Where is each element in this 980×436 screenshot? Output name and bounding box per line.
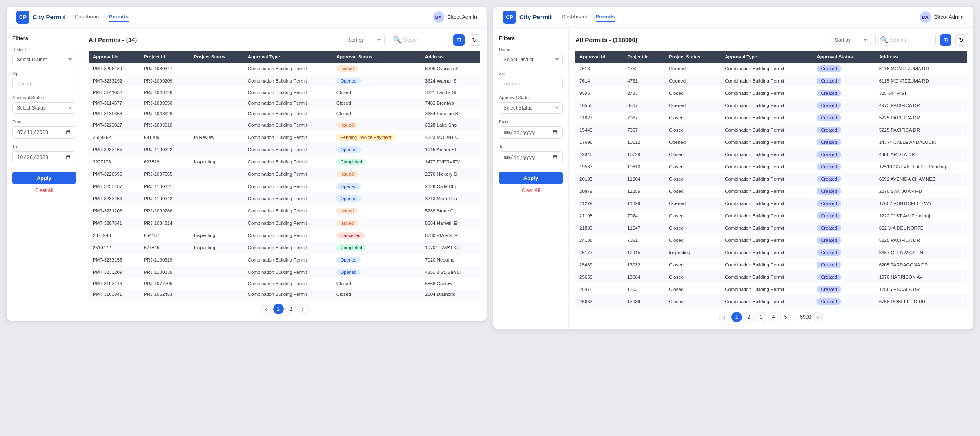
table-row[interactable]: PMT-3223027 PRJ-1095910 Combination Buil…: [89, 119, 480, 131]
table-row[interactable]: PMT-3163841 PRJ-1062453 Combination Buil…: [89, 289, 480, 300]
cell-approval-id: 20183: [575, 173, 623, 185]
cell-project-id: 12915: [623, 246, 665, 259]
table-row[interactable]: 21279 11399 Opened Combination Building …: [575, 197, 967, 210]
page-4-right[interactable]: 4: [768, 312, 779, 322]
cell-approval-type: Combination Building Permit: [244, 241, 332, 254]
table-row[interactable]: PMT-3231206 PRJ-1099286 Combination Buil…: [89, 205, 480, 217]
page-2-left[interactable]: 2: [285, 304, 296, 314]
cell-approval-id: PMT-3233292: [89, 75, 140, 87]
table-row[interactable]: 7616 4752 Opened Combination Building Pe…: [575, 63, 967, 75]
cell-project-id: 11255: [623, 185, 665, 197]
table-row[interactable]: PMT-3193116 PRJ-1077705 Combination Buil…: [89, 278, 480, 289]
table-row[interactable]: 2374948 654167 Inspecting Combination Bu…: [89, 229, 480, 241]
table-row[interactable]: 20879 11255 Closed Combination Building …: [575, 185, 967, 197]
table-row[interactable]: 2510472 677845 Inspecting Combination Bu…: [89, 241, 480, 254]
table-row[interactable]: 21880 11647 Closed Combination Building …: [575, 222, 967, 234]
col-project-id-left: Project Id: [140, 51, 190, 63]
cell-address: 3213 Mount Ca: [421, 192, 480, 205]
page-2-right[interactable]: 2: [744, 312, 754, 322]
nav-dashboard-left[interactable]: Dashboard: [75, 12, 101, 22]
table-row[interactable]: 25656 13084 Closed Combination Building …: [575, 271, 967, 283]
to-input-left[interactable]: [12, 151, 76, 163]
approval-status-select-left[interactable]: Select Status: [12, 102, 76, 114]
clear-button-right[interactable]: Clear All: [499, 188, 563, 193]
cell-approval-id: 15449: [575, 124, 623, 136]
table-row[interactable]: 25475 13031 Closed Combination Building …: [575, 283, 967, 295]
nav-dashboard-right[interactable]: Dashboard: [561, 12, 588, 22]
table-row[interactable]: PMT-3206189 PRJ-1080347 Combination Buil…: [89, 63, 480, 75]
page-1-left[interactable]: 1: [273, 304, 284, 314]
approval-status-select-right[interactable]: Select Status: [499, 102, 563, 114]
table-row[interactable]: 25663 13089 Closed Combination Building …: [575, 295, 967, 308]
table-row[interactable]: 9595 2783 Closed Combination Building Pe…: [575, 87, 967, 99]
from-input-right[interactable]: [499, 126, 563, 139]
table-row[interactable]: PMT-3139668 PRJ-1048628 Combination Buil…: [89, 108, 480, 119]
table-row[interactable]: PMT-3207541 PRJ-1084814 Combination Buil…: [89, 217, 480, 229]
cell-approval-id: PMT-3233155: [89, 254, 140, 266]
page-1-right[interactable]: 1: [731, 312, 742, 322]
table-row[interactable]: 20183 11004 Closed Combination Building …: [575, 173, 967, 185]
cell-approval-id: PMT-3226596: [89, 168, 140, 180]
table-row[interactable]: 25177 12915 Inspecting Combination Build…: [575, 246, 967, 259]
table-row[interactable]: PMT-3233157 PRJ-1100321 Combination Buil…: [89, 180, 480, 192]
zip-input-right[interactable]: [499, 78, 563, 89]
table-row[interactable]: PMT-3226596 PRJ-1097565 Combination Buil…: [89, 168, 480, 180]
cell-approval-id: PMT-3231206: [89, 205, 140, 217]
status-badge: Issued: [336, 65, 358, 72]
table-row[interactable]: PMT-3233256 PRJ-1100342 Combination Buil…: [89, 192, 480, 205]
grid-view-btn-right[interactable]: ⊞: [940, 34, 951, 46]
search-input-right[interactable]: [891, 37, 931, 43]
filters-title-left: Filters: [12, 35, 76, 41]
search-input-left[interactable]: [404, 37, 445, 43]
table-row[interactable]: 15449 7067 Closed Combination Building P…: [575, 124, 967, 136]
table-row[interactable]: PMT-3233292 PRJ-1099209 Combination Buil…: [89, 75, 480, 87]
status-badge: Created: [817, 163, 841, 170]
zip-filter-left: Zip: [12, 71, 76, 89]
table-row[interactable]: PMT-3233209 PRJ-1100335 Combination Buil…: [89, 266, 480, 278]
nav-permits-left[interactable]: Permits: [109, 12, 129, 22]
zip-input-left[interactable]: [12, 78, 76, 89]
sort-select-left[interactable]: Sort by: [344, 35, 385, 45]
table-row[interactable]: 19537 10810 Closed Combination Building …: [575, 161, 967, 173]
zip-filter-right: Zip: [499, 71, 563, 89]
table-row[interactable]: PMT-3233155 PRJ-1100319 Combination Buil…: [89, 254, 480, 266]
table-row[interactable]: 19340 10728 Closed Combination Building …: [575, 148, 967, 161]
page-5-right[interactable]: 5: [780, 312, 791, 322]
to-input-right[interactable]: [499, 151, 563, 163]
table-row[interactable]: PMT-3233165 PRJ-1100322 Combination Buil…: [89, 143, 480, 156]
app-name-left: City Permit: [33, 13, 65, 20]
grid-view-btn-left[interactable]: ⊞: [453, 34, 465, 46]
status-badge: Created: [817, 65, 841, 72]
page-last-right[interactable]: 5900: [800, 312, 811, 322]
cell-approval-id: 17698: [575, 136, 623, 148]
clear-button-left[interactable]: Clear All: [12, 188, 76, 193]
prev-page-right[interactable]: ‹: [719, 312, 730, 322]
page-3-right[interactable]: 3: [756, 312, 766, 322]
next-page-left[interactable]: ›: [298, 304, 308, 314]
table-row[interactable]: PMT-3141032 PRJ-1048828 Combination Buil…: [89, 87, 480, 98]
table-row[interactable]: 24138 7051 Closed Combination Building P…: [575, 234, 967, 246]
cell-project-status: [190, 205, 244, 217]
table-row[interactable]: 7614 4751 Opened Combination Building Pe…: [575, 75, 967, 87]
district-select-right[interactable]: Select District: [499, 54, 563, 65]
cell-project-status: Closed: [665, 173, 721, 185]
table-row[interactable]: 2559262 691309 In Review Combination Bui…: [89, 131, 480, 143]
table-row[interactable]: 25489 13032 Closed Combination Building …: [575, 259, 967, 271]
table-row[interactable]: 17698 10112 Opened Combination Building …: [575, 136, 967, 148]
next-page-right[interactable]: ›: [813, 312, 823, 322]
refresh-btn-right[interactable]: ↻: [956, 34, 967, 46]
sort-select-right[interactable]: Sort by: [831, 35, 871, 45]
nav-permits-right[interactable]: Permits: [596, 12, 615, 22]
prev-page-left[interactable]: ‹: [261, 304, 272, 314]
from-input-left[interactable]: [12, 126, 76, 139]
table-row[interactable]: 2227176 623829 Inspecting Combination Bu…: [89, 156, 480, 168]
table-row[interactable]: 11627 7067 Closed Combination Building P…: [575, 112, 967, 124]
refresh-btn-left[interactable]: ↻: [469, 34, 480, 46]
table-row[interactable]: PMT-3114677 PRJ-1039050 Combination Buil…: [89, 98, 480, 108]
apply-button-right[interactable]: Apply: [499, 172, 563, 184]
apply-button-left[interactable]: Apply: [12, 172, 76, 184]
approval-status-filter-left: Approval Status Select Status: [12, 95, 76, 114]
table-row[interactable]: 21198 7024 Closed Combination Building P…: [575, 210, 967, 222]
district-select-left[interactable]: Select District: [12, 54, 76, 65]
table-row[interactable]: 10555 6507 Opened Combination Building P…: [575, 99, 967, 112]
